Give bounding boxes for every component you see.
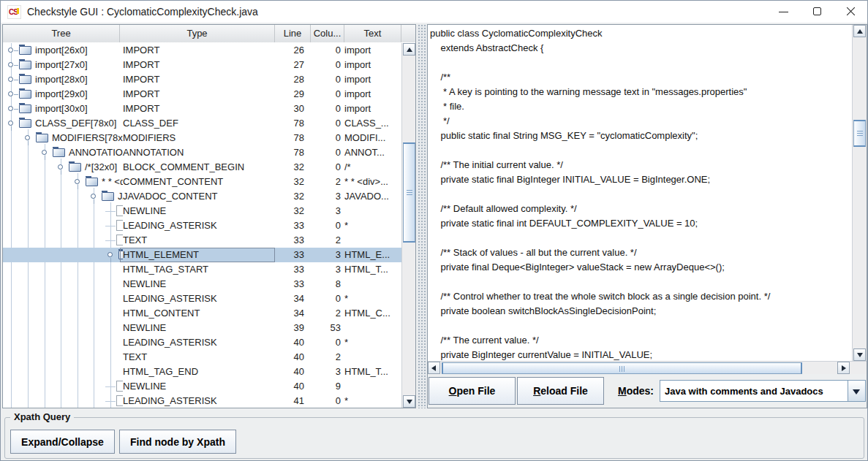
type-cell: LEADING_ASTERISK <box>120 292 275 306</box>
tree-expand-handle[interactable] <box>42 150 47 155</box>
table-row[interactable]: TEXT402 <box>3 350 401 365</box>
text-cell: import <box>344 58 401 72</box>
tree-connector <box>105 211 116 212</box>
code-line: */ <box>430 114 852 129</box>
table-row[interactable]: LEADING_ASTERISK400* <box>3 335 401 350</box>
modes-combobox-value[interactable]: Java with comments and Javadocs <box>660 380 848 402</box>
column-header-tree[interactable]: Tree <box>3 25 120 42</box>
tree-expand-handle[interactable] <box>8 106 13 111</box>
table-row[interactable]: import[30x0]IMPORT300import <box>3 102 401 116</box>
text-cell: HTML_E... <box>344 248 401 262</box>
source-code-view[interactable]: public class CyclomaticComplexityCheck e… <box>428 25 852 361</box>
tree-cell <box>3 379 123 394</box>
tree-cell <box>3 233 123 248</box>
line-cell: 40 <box>275 365 311 379</box>
scroll-left-button[interactable] <box>428 362 440 374</box>
code-scrollbar-thumb[interactable] <box>853 120 866 147</box>
table-row[interactable]: import[29x0]IMPORT290import <box>3 87 401 102</box>
tree-expand-handle[interactable] <box>58 164 63 169</box>
table-scrollbar-thumb[interactable] <box>403 142 415 243</box>
code-line: /** Stack of values - all but the curren… <box>430 245 852 260</box>
open-file-button[interactable]: Open File <box>429 377 516 405</box>
table-row[interactable]: HTML_TAG_START333HTML_T... <box>3 262 401 277</box>
type-cell: IMPORT <box>120 58 275 72</box>
column-header-column[interactable]: Colu... <box>311 25 344 42</box>
column-cell: 53 <box>311 321 344 335</box>
type-cell: IMPORT <box>120 87 275 102</box>
table-row[interactable]: NEWLINE3953 <box>3 321 401 335</box>
modes-combobox-dropdown-button[interactable] <box>848 380 866 402</box>
type-cell: TEXT <box>120 350 275 365</box>
table-header: Tree Type Line Colu... Text <box>3 25 415 42</box>
table-row[interactable]: ANNOTATION[78x0]ANNOTATION780ANNOT... <box>3 145 401 160</box>
tree-expand-handle[interactable] <box>91 194 96 199</box>
column-header-text[interactable]: Text <box>344 25 401 42</box>
code-hscrollbar-thumb[interactable] <box>442 362 802 374</box>
table-row[interactable]: * * <div>...COMMENT_CONTENT322* * <div>.… <box>3 175 401 189</box>
tree-expand-handle[interactable] <box>8 77 13 82</box>
reload-file-button[interactable]: Reload File <box>517 377 604 405</box>
tree-connector <box>105 386 116 387</box>
column-cell: 0 <box>311 72 344 87</box>
table-row[interactable]: MODIFIERS[78x0]MODIFIERS780MODIFI... <box>3 131 401 145</box>
split-pane-divider[interactable] <box>418 24 427 408</box>
table-row[interactable]: NEWLINE338 <box>3 277 401 292</box>
line-cell: 32 <box>275 175 311 189</box>
table-row[interactable]: TEXT332 <box>3 233 401 248</box>
table-row[interactable]: LEADING_ASTERISK340* <box>3 292 401 306</box>
code-line <box>430 56 852 70</box>
tree-expand-handle[interactable] <box>107 252 113 257</box>
tree-expand-handle[interactable] <box>75 179 80 184</box>
code-line <box>430 275 852 289</box>
tree-expand-handle[interactable] <box>8 121 13 126</box>
table-row[interactable]: CLASS_DEF[78x0]CLASS_DEF780CLASS_... <box>3 116 401 131</box>
scroll-up-button[interactable] <box>403 43 415 56</box>
find-node-by-xpath-button[interactable]: Find node by Xpath <box>119 430 236 454</box>
expand-collapse-button[interactable]: Expand/Collapse <box>10 430 115 454</box>
leaf-icon <box>116 205 123 216</box>
scroll-up-button[interactable] <box>853 25 866 37</box>
column-header-type[interactable]: Type <box>120 25 275 42</box>
column-cell: 0 <box>311 145 344 160</box>
title-bar: CS Checkstyle GUI : CyclomaticComplexity… <box>1 1 867 23</box>
tree-cell <box>3 365 123 379</box>
modes-combobox[interactable]: Java with comments and Javadocs <box>660 380 866 402</box>
table-row[interactable]: JAVADOC_CONTENTJAVADOC_CONTENT323JAVADO.… <box>3 189 401 204</box>
table-row[interactable]: /*[32x0]BLOCK_COMMENT_BEGIN320/* <box>3 160 401 175</box>
table-row[interactable]: import[28x0]IMPORT280import <box>3 72 401 87</box>
text-cell: * * <div>... <box>344 175 401 189</box>
tree-expand-handle[interactable] <box>25 135 30 140</box>
close-button[interactable] <box>834 1 867 23</box>
folder-icon <box>19 61 31 69</box>
scroll-down-button[interactable] <box>403 395 415 408</box>
table-row[interactable]: NEWLINE409 <box>3 379 401 394</box>
type-cell: MODIFIERS <box>120 131 275 145</box>
text-cell: JAVADO... <box>344 189 401 204</box>
table-row[interactable]: HTML_CONTENT342HTML_C... <box>3 306 401 321</box>
minimize-button[interactable] <box>766 1 800 23</box>
table-row[interactable]: HTML_TAG_END403HTML_T... <box>3 365 401 379</box>
tree-expand-handle[interactable] <box>8 91 13 96</box>
table-row[interactable]: LEADING_ASTERISK330* <box>3 218 401 233</box>
scroll-right-button[interactable] <box>837 362 850 374</box>
column-cell: 2 <box>311 233 344 248</box>
table-row[interactable]: LEADING_ASTERISK410* <box>3 394 401 408</box>
tree-expand-handle[interactable] <box>8 62 13 67</box>
scroll-down-button[interactable] <box>853 348 866 361</box>
type-cell: LEADING_ASTERISK <box>120 335 275 350</box>
tree-cell <box>3 335 123 350</box>
table-body: import[26x0]IMPORT260importimport[27x0]I… <box>3 43 401 408</box>
code-horizontal-scrollbar <box>428 361 850 374</box>
maximize-button[interactable] <box>800 1 834 23</box>
column-cell: 0 <box>311 58 344 72</box>
table-row[interactable]: HTML_ELEMENT333HTML_E... <box>3 248 401 262</box>
xpath-query-title: Xpath Query <box>10 411 74 422</box>
table-row[interactable]: NEWLINE323 <box>3 204 401 218</box>
leaf-icon <box>116 395 123 406</box>
tree-cell <box>3 277 123 292</box>
table-row[interactable]: import[27x0]IMPORT270import <box>3 58 401 72</box>
table-row[interactable]: import[26x0]IMPORT260import <box>3 43 401 58</box>
column-header-line[interactable]: Line <box>275 25 311 42</box>
tree-expand-handle[interactable] <box>8 47 13 53</box>
text-cell <box>344 277 401 292</box>
